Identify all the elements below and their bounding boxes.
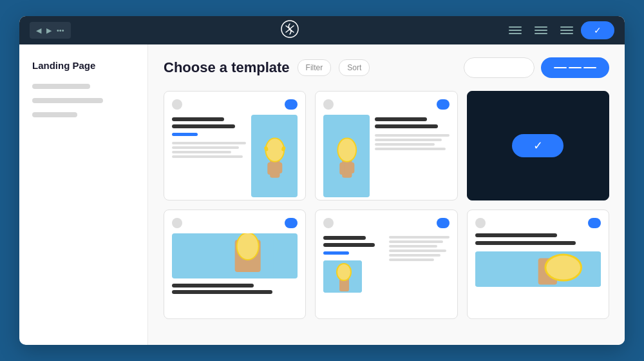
main-header-right: [464, 57, 609, 78]
app-body: Landing Page Choose a template Filter So…: [19, 44, 625, 345]
card-radio-2: [323, 99, 334, 110]
svg-rect-2: [267, 162, 272, 175]
svg-point-16: [238, 233, 258, 259]
action-button[interactable]: [541, 57, 609, 78]
card-header-6: [475, 218, 601, 228]
sidebar-item-3: [32, 112, 77, 117]
main-header: Choose a template Filter Sort: [164, 57, 609, 78]
svg-point-12: [338, 139, 355, 161]
confirm-check-icon: ✓: [594, 25, 601, 35]
card-tag-4: [285, 218, 298, 228]
sidebar-title: Landing Page: [32, 60, 135, 71]
titlebar-left: ◀ ▶ •••: [30, 22, 71, 39]
card-radio-5: [323, 218, 334, 228]
card5-small-image: [323, 260, 362, 293]
titlebar-right: ✓: [509, 21, 614, 39]
card6-image: [475, 251, 601, 287]
card-radio-1: [172, 99, 182, 110]
template-card-2[interactable]: [315, 91, 457, 200]
card-radio-6: [475, 218, 486, 228]
logo-icon: [281, 20, 299, 41]
confirm-button[interactable]: ✓: [581, 21, 614, 39]
card-header-4: [172, 218, 298, 228]
sidebar-item-1: [32, 84, 90, 89]
filter1-button[interactable]: Filter: [298, 59, 332, 76]
card-tag-5: [437, 218, 450, 228]
filter2-button[interactable]: Sort: [339, 59, 370, 76]
check-selected-icon: ✓: [512, 134, 564, 157]
template-card-3[interactable]: ✓: [467, 91, 609, 200]
svg-rect-9: [339, 162, 345, 175]
selected-overlay: ✓: [475, 99, 601, 192]
card-header-5: [323, 218, 449, 228]
main-header-left: Choose a template Filter Sort: [164, 59, 370, 76]
back-button[interactable]: ◀: [35, 26, 43, 35]
forward-button[interactable]: ▶: [45, 26, 53, 35]
card-tag-2: [437, 99, 450, 110]
svg-point-20: [337, 264, 350, 280]
card-radio-4: [172, 218, 182, 228]
menu-lines-icon[interactable]: [509, 26, 522, 34]
template-card-4[interactable]: [164, 210, 306, 319]
templates-grid: ✓: [164, 91, 609, 319]
titlebar-center: [281, 20, 299, 41]
card-header-1: [172, 99, 298, 110]
sidebar-item-2: [32, 98, 103, 103]
menu-lines2-icon[interactable]: [535, 26, 547, 34]
search-bar[interactable]: [464, 57, 535, 78]
card2-image: [323, 115, 370, 197]
main-content: Choose a template Filter Sort: [148, 44, 625, 345]
app-window: ◀ ▶ •••: [19, 16, 625, 345]
card-tag-6: [588, 218, 601, 228]
svg-rect-3: [277, 162, 282, 173]
main-title: Choose a template: [164, 59, 290, 76]
card4-image: [172, 233, 298, 278]
svg-point-5: [266, 139, 283, 161]
svg-rect-10: [349, 162, 354, 173]
template-card-6[interactable]: [467, 210, 609, 319]
nav-arrows: ◀ ▶ •••: [30, 22, 71, 39]
template-card-5[interactable]: [315, 210, 457, 319]
sidebar: Landing Page: [19, 44, 148, 345]
menu-dots-button[interactable]: •••: [55, 26, 66, 34]
template-card-1[interactable]: [164, 91, 306, 200]
card-tag-1: [285, 99, 298, 110]
card-header-2: [323, 99, 449, 110]
svg-point-24: [546, 256, 580, 280]
card1-image: [251, 115, 298, 197]
titlebar: ◀ ▶ •••: [19, 16, 625, 44]
menu-lines3-icon[interactable]: [560, 26, 573, 34]
